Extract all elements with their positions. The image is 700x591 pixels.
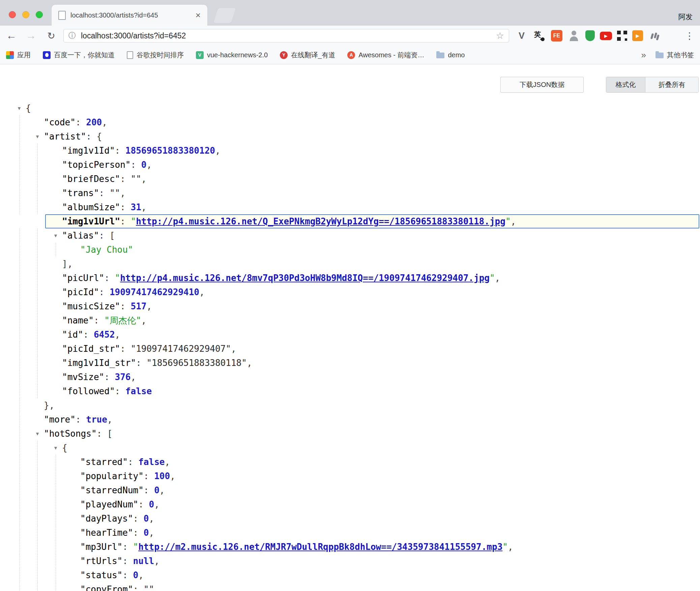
json-token: :: [115, 386, 125, 396]
collapse-all-button[interactable]: 折叠所有: [645, 77, 698, 92]
youtube-icon[interactable]: ▶: [600, 32, 612, 40]
close-window-button[interactable]: [9, 11, 16, 18]
json-line: "Jay Chou": [0, 243, 700, 257]
tree-guide-line: [19, 285, 20, 299]
json-token: 0: [133, 570, 139, 580]
doc-page-icon: [127, 51, 133, 59]
format-button[interactable]: 格式化: [606, 77, 645, 92]
forward-button[interactable]: →: [22, 26, 40, 46]
vue-icon: V: [196, 51, 204, 59]
bookmark-star-icon[interactable]: ☆: [496, 30, 504, 41]
json-key: "briefDesc": [62, 174, 120, 184]
json-token: :: [136, 358, 146, 368]
json-token: "18569651883380118": [146, 358, 246, 368]
browser-menu-icon[interactable]: ⋮: [684, 26, 695, 46]
reload-button[interactable]: ↻: [42, 26, 60, 46]
json-line: "topicPerson": 0,: [0, 158, 700, 172]
tree-guide-line: [19, 497, 20, 511]
tab-strip: localhost:3000/artists?id=645 × 阿发: [0, 0, 700, 26]
collapse-arrow-icon[interactable]: ▼: [16, 101, 23, 115]
bookmarks-bar: 应用百度一下，你就知道谷歌按时间排序Vvue-hackernews-2.0Y在线…: [0, 46, 700, 64]
qrcode-icon[interactable]: [617, 31, 627, 41]
browser-tab[interactable]: localhost:3000/artists?id=645 ×: [52, 5, 207, 26]
tree-guide-line: [37, 455, 38, 469]
json-token: :: [133, 584, 144, 591]
bookmark-label: 应用: [17, 51, 31, 60]
bookmark-item[interactable]: 谷歌按时间排序: [127, 51, 184, 60]
json-token: :: [94, 315, 104, 325]
json-line: "img1v1Id": 18569651883380120,: [0, 144, 700, 158]
tree-guide-line: [19, 313, 20, 328]
profile-name[interactable]: 阿发: [678, 12, 693, 22]
bookmark-item[interactable]: 应用: [6, 51, 31, 60]
download-json-button[interactable]: 下载JSON数据: [500, 77, 584, 93]
tree-guide-line: [19, 384, 20, 398]
json-token: :: [144, 485, 154, 495]
tree-guide-line: [37, 186, 38, 200]
json-key: "img1v1Url": [62, 216, 120, 226]
json-url-link[interactable]: http://p4.music.126.net/8mv7qP30Pd3oHW8b…: [120, 273, 490, 283]
json-key: "mp3Url": [80, 542, 122, 552]
shield-icon[interactable]: [585, 30, 595, 41]
tree-guide-line: [56, 540, 56, 554]
translate-pen-icon[interactable]: 英: [533, 29, 546, 42]
json-token: 18569651883380120: [125, 146, 215, 156]
tree-guide-line: [37, 568, 38, 582]
tree-guide-line: [37, 511, 38, 526]
tab-close-icon[interactable]: ×: [196, 11, 201, 20]
json-line: "picUrl": "http://p4.music.126.net/8mv7q…: [0, 271, 700, 285]
tree-guide-line: [37, 257, 38, 271]
json-key: "picId_str": [62, 344, 120, 354]
json-token: "19097417462929407": [131, 344, 231, 354]
json-url-link[interactable]: http://p4.music.126.net/Q_ExePNkmgB2yWyL…: [136, 216, 505, 226]
baidu-icon: [43, 51, 51, 59]
bookmark-label: 谷歌按时间排序: [137, 51, 184, 60]
tree-guide-line: [19, 441, 20, 455]
player-icon[interactable]: ▶: [632, 30, 643, 41]
person-icon[interactable]: [567, 29, 580, 42]
tree-guide-line: [37, 243, 38, 257]
bookmark-item[interactable]: demo: [436, 51, 465, 59]
bookmark-item[interactable]: Vvue-hackernews-2.0: [196, 51, 268, 59]
json-token: ,: [165, 457, 170, 467]
tree-guide-line: [19, 398, 20, 412]
tree-guide-line: [56, 568, 56, 582]
json-token: ": [133, 542, 139, 552]
json-token: :: [133, 528, 144, 538]
json-key: "rtUrls": [80, 556, 122, 566]
address-bar[interactable]: ⓘ ☆: [63, 29, 509, 42]
url-input[interactable]: [80, 31, 496, 41]
bookmark-item[interactable]: AAwesomes - 前端资…: [347, 51, 424, 60]
json-key: "hearTime": [80, 528, 133, 538]
apps-grid-icon: [6, 51, 14, 59]
json-line: "copyFrom": "",: [0, 582, 700, 591]
collapse-arrow-icon[interactable]: ▼: [34, 129, 41, 144]
v-gray-icon[interactable]: V: [515, 29, 528, 42]
bookmarks-overflow-chevron[interactable]: »: [639, 50, 648, 60]
bookmark-item[interactable]: 其他书签: [655, 51, 694, 60]
bookmark-label: 其他书签: [667, 51, 694, 60]
tree-guide-line: [19, 158, 20, 172]
tree-guide-line: [37, 313, 38, 328]
paw-icon[interactable]: [648, 29, 661, 42]
new-tab-button[interactable]: [213, 8, 236, 23]
bookmark-item[interactable]: Y在线翻译_有道: [280, 51, 335, 60]
bookmark-item[interactable]: 百度一下，你就知道: [43, 51, 115, 60]
json-token: ,: [141, 315, 147, 325]
json-line: "dayPlays": 0,: [0, 511, 700, 526]
fe-icon[interactable]: FE: [551, 30, 562, 41]
json-token: :: [99, 188, 110, 198]
tree-guide-line: [37, 299, 38, 313]
tree-guide-line: [56, 511, 56, 526]
minimize-window-button[interactable]: [22, 11, 29, 18]
collapse-arrow-icon[interactable]: ▼: [34, 427, 41, 441]
json-url-link[interactable]: http://m2.music.126.net/RMJR7wDullRqppBk…: [138, 542, 502, 552]
page-info-icon[interactable]: ⓘ: [68, 31, 76, 41]
collapse-arrow-icon[interactable]: ▼: [52, 228, 59, 243]
collapse-arrow-icon[interactable]: ▼: [52, 441, 59, 455]
tree-guide-line: [19, 257, 20, 271]
back-button[interactable]: ←: [3, 26, 20, 46]
fullscreen-window-button[interactable]: [36, 11, 43, 18]
json-line: ],: [0, 257, 700, 271]
tree-guide-line: [37, 554, 38, 568]
